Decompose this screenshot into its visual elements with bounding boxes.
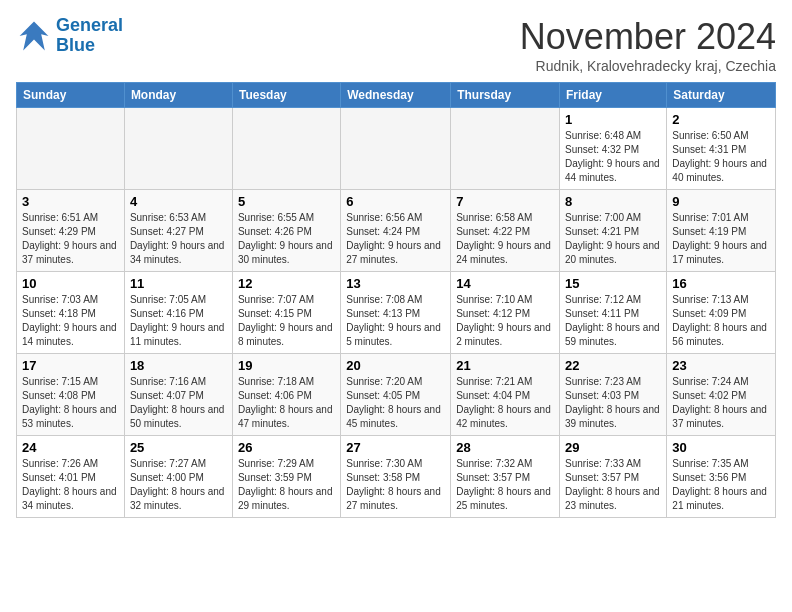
weekday-header-thursday: Thursday (451, 83, 560, 108)
logo: General Blue (16, 16, 123, 56)
day-number: 21 (456, 358, 554, 373)
day-number: 26 (238, 440, 335, 455)
calendar-cell: 6Sunrise: 6:56 AM Sunset: 4:24 PM Daylig… (341, 190, 451, 272)
day-info: Sunrise: 7:21 AM Sunset: 4:04 PM Dayligh… (456, 375, 554, 431)
calendar-cell: 23Sunrise: 7:24 AM Sunset: 4:02 PM Dayli… (667, 354, 776, 436)
day-info: Sunrise: 7:05 AM Sunset: 4:16 PM Dayligh… (130, 293, 227, 349)
svg-marker-0 (20, 21, 49, 50)
day-info: Sunrise: 6:51 AM Sunset: 4:29 PM Dayligh… (22, 211, 119, 267)
calendar-cell (341, 108, 451, 190)
calendar-cell: 5Sunrise: 6:55 AM Sunset: 4:26 PM Daylig… (232, 190, 340, 272)
day-number: 6 (346, 194, 445, 209)
calendar-cell: 21Sunrise: 7:21 AM Sunset: 4:04 PM Dayli… (451, 354, 560, 436)
day-info: Sunrise: 7:23 AM Sunset: 4:03 PM Dayligh… (565, 375, 661, 431)
calendar-cell: 19Sunrise: 7:18 AM Sunset: 4:06 PM Dayli… (232, 354, 340, 436)
weekday-header-wednesday: Wednesday (341, 83, 451, 108)
calendar-cell: 2Sunrise: 6:50 AM Sunset: 4:31 PM Daylig… (667, 108, 776, 190)
weekday-header-monday: Monday (124, 83, 232, 108)
day-number: 9 (672, 194, 770, 209)
day-info: Sunrise: 6:48 AM Sunset: 4:32 PM Dayligh… (565, 129, 661, 185)
day-number: 25 (130, 440, 227, 455)
day-number: 30 (672, 440, 770, 455)
calendar-cell (451, 108, 560, 190)
day-number: 5 (238, 194, 335, 209)
day-info: Sunrise: 7:24 AM Sunset: 4:02 PM Dayligh… (672, 375, 770, 431)
day-number: 20 (346, 358, 445, 373)
day-number: 1 (565, 112, 661, 127)
calendar-cell (124, 108, 232, 190)
calendar-cell: 16Sunrise: 7:13 AM Sunset: 4:09 PM Dayli… (667, 272, 776, 354)
calendar-cell: 1Sunrise: 6:48 AM Sunset: 4:32 PM Daylig… (560, 108, 667, 190)
day-number: 27 (346, 440, 445, 455)
day-info: Sunrise: 7:01 AM Sunset: 4:19 PM Dayligh… (672, 211, 770, 267)
day-number: 16 (672, 276, 770, 291)
calendar-cell: 12Sunrise: 7:07 AM Sunset: 4:15 PM Dayli… (232, 272, 340, 354)
calendar-cell: 28Sunrise: 7:32 AM Sunset: 3:57 PM Dayli… (451, 436, 560, 518)
day-info: Sunrise: 6:53 AM Sunset: 4:27 PM Dayligh… (130, 211, 227, 267)
calendar: SundayMondayTuesdayWednesdayThursdayFrid… (16, 82, 776, 518)
calendar-week-1: 1Sunrise: 6:48 AM Sunset: 4:32 PM Daylig… (17, 108, 776, 190)
day-info: Sunrise: 7:33 AM Sunset: 3:57 PM Dayligh… (565, 457, 661, 513)
calendar-cell: 20Sunrise: 7:20 AM Sunset: 4:05 PM Dayli… (341, 354, 451, 436)
day-number: 3 (22, 194, 119, 209)
calendar-cell: 22Sunrise: 7:23 AM Sunset: 4:03 PM Dayli… (560, 354, 667, 436)
weekday-header-tuesday: Tuesday (232, 83, 340, 108)
day-info: Sunrise: 6:58 AM Sunset: 4:22 PM Dayligh… (456, 211, 554, 267)
calendar-cell: 18Sunrise: 7:16 AM Sunset: 4:07 PM Dayli… (124, 354, 232, 436)
day-number: 8 (565, 194, 661, 209)
calendar-cell: 3Sunrise: 6:51 AM Sunset: 4:29 PM Daylig… (17, 190, 125, 272)
calendar-cell (17, 108, 125, 190)
location-subtitle: Rudnik, Kralovehradecky kraj, Czechia (520, 58, 776, 74)
calendar-cell (232, 108, 340, 190)
day-info: Sunrise: 7:00 AM Sunset: 4:21 PM Dayligh… (565, 211, 661, 267)
day-info: Sunrise: 7:08 AM Sunset: 4:13 PM Dayligh… (346, 293, 445, 349)
day-info: Sunrise: 6:50 AM Sunset: 4:31 PM Dayligh… (672, 129, 770, 185)
day-info: Sunrise: 7:20 AM Sunset: 4:05 PM Dayligh… (346, 375, 445, 431)
calendar-cell: 15Sunrise: 7:12 AM Sunset: 4:11 PM Dayli… (560, 272, 667, 354)
day-number: 4 (130, 194, 227, 209)
calendar-cell: 4Sunrise: 6:53 AM Sunset: 4:27 PM Daylig… (124, 190, 232, 272)
calendar-cell: 17Sunrise: 7:15 AM Sunset: 4:08 PM Dayli… (17, 354, 125, 436)
calendar-cell: 29Sunrise: 7:33 AM Sunset: 3:57 PM Dayli… (560, 436, 667, 518)
calendar-cell: 11Sunrise: 7:05 AM Sunset: 4:16 PM Dayli… (124, 272, 232, 354)
day-number: 17 (22, 358, 119, 373)
day-info: Sunrise: 6:56 AM Sunset: 4:24 PM Dayligh… (346, 211, 445, 267)
day-number: 10 (22, 276, 119, 291)
day-info: Sunrise: 7:15 AM Sunset: 4:08 PM Dayligh… (22, 375, 119, 431)
day-number: 2 (672, 112, 770, 127)
day-info: Sunrise: 7:13 AM Sunset: 4:09 PM Dayligh… (672, 293, 770, 349)
calendar-cell: 24Sunrise: 7:26 AM Sunset: 4:01 PM Dayli… (17, 436, 125, 518)
day-number: 13 (346, 276, 445, 291)
day-info: Sunrise: 7:07 AM Sunset: 4:15 PM Dayligh… (238, 293, 335, 349)
day-info: Sunrise: 7:35 AM Sunset: 3:56 PM Dayligh… (672, 457, 770, 513)
day-number: 23 (672, 358, 770, 373)
calendar-cell: 30Sunrise: 7:35 AM Sunset: 3:56 PM Dayli… (667, 436, 776, 518)
day-number: 28 (456, 440, 554, 455)
day-info: Sunrise: 7:16 AM Sunset: 4:07 PM Dayligh… (130, 375, 227, 431)
day-number: 22 (565, 358, 661, 373)
calendar-week-4: 17Sunrise: 7:15 AM Sunset: 4:08 PM Dayli… (17, 354, 776, 436)
calendar-week-5: 24Sunrise: 7:26 AM Sunset: 4:01 PM Dayli… (17, 436, 776, 518)
day-info: Sunrise: 7:26 AM Sunset: 4:01 PM Dayligh… (22, 457, 119, 513)
day-info: Sunrise: 6:55 AM Sunset: 4:26 PM Dayligh… (238, 211, 335, 267)
day-number: 14 (456, 276, 554, 291)
weekday-header-friday: Friday (560, 83, 667, 108)
calendar-cell: 26Sunrise: 7:29 AM Sunset: 3:59 PM Dayli… (232, 436, 340, 518)
day-info: Sunrise: 7:32 AM Sunset: 3:57 PM Dayligh… (456, 457, 554, 513)
weekday-header-saturday: Saturday (667, 83, 776, 108)
logo-bird-icon (16, 18, 52, 54)
day-number: 7 (456, 194, 554, 209)
day-number: 15 (565, 276, 661, 291)
calendar-cell: 8Sunrise: 7:00 AM Sunset: 4:21 PM Daylig… (560, 190, 667, 272)
calendar-cell: 13Sunrise: 7:08 AM Sunset: 4:13 PM Dayli… (341, 272, 451, 354)
day-info: Sunrise: 7:10 AM Sunset: 4:12 PM Dayligh… (456, 293, 554, 349)
calendar-cell: 25Sunrise: 7:27 AM Sunset: 4:00 PM Dayli… (124, 436, 232, 518)
day-number: 12 (238, 276, 335, 291)
title-block: November 2024 Rudnik, Kralovehradecky kr… (520, 16, 776, 74)
day-info: Sunrise: 7:27 AM Sunset: 4:00 PM Dayligh… (130, 457, 227, 513)
day-number: 19 (238, 358, 335, 373)
calendar-cell: 10Sunrise: 7:03 AM Sunset: 4:18 PM Dayli… (17, 272, 125, 354)
day-number: 18 (130, 358, 227, 373)
calendar-week-2: 3Sunrise: 6:51 AM Sunset: 4:29 PM Daylig… (17, 190, 776, 272)
day-info: Sunrise: 7:18 AM Sunset: 4:06 PM Dayligh… (238, 375, 335, 431)
